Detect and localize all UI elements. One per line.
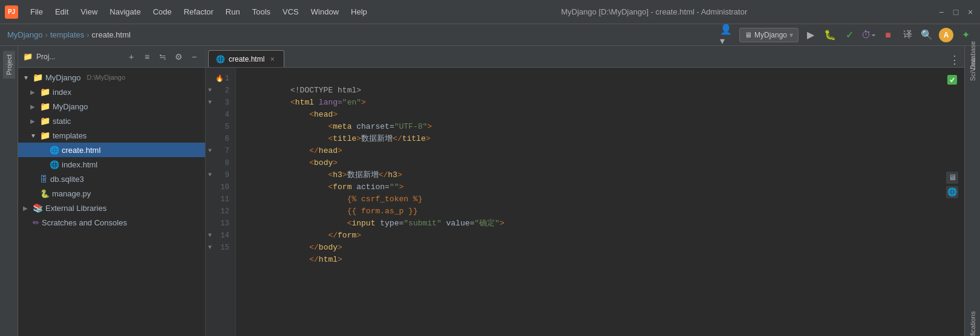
- open-in-browser-icon[interactable]: 🌐: [946, 186, 958, 198]
- py-icon-manage: 🐍: [40, 189, 50, 198]
- tree-item-index[interactable]: ▶ 📁 index: [18, 85, 205, 99]
- menu-vcs[interactable]: VCS: [278, 5, 304, 19]
- code-tag-head: head: [314, 110, 333, 119]
- open-in-ide-icon[interactable]: 🖥: [946, 172, 958, 184]
- project-panel: 📁 Proj... + ≡ ≒ ⚙ − ▼ 📁 MyDjango D:\MyDj…: [18, 46, 206, 336]
- tree-label-mydjango: MyDjango: [45, 73, 81, 82]
- coverage-button[interactable]: ✓: [842, 28, 857, 42]
- tab-create-html[interactable]: 🌐 create.html ×: [208, 50, 284, 67]
- project-selector[interactable]: 🖥 MyDjango ▾: [739, 28, 799, 42]
- menu-tools[interactable]: Tools: [247, 5, 275, 19]
- line-num-7: ▼7: [206, 145, 235, 157]
- menu-file[interactable]: File: [25, 5, 48, 19]
- window-title: MyDjango [D:\MyDjango] - create.html - A…: [561, 7, 748, 16]
- panel-sort-icon[interactable]: ≒: [157, 51, 169, 63]
- folder-icon-mydjangosubfolder: 📁: [40, 102, 50, 111]
- tree-label-external-libraries: External Libraries: [45, 204, 106, 213]
- panel-add-icon[interactable]: +: [125, 51, 137, 63]
- menu-edit[interactable]: Edit: [50, 5, 73, 19]
- sciview-panel-button[interactable]: SciView: [966, 63, 979, 76]
- notifications-panel-button[interactable]: Notifications: [966, 323, 979, 336]
- menu-view[interactable]: View: [76, 5, 102, 19]
- code-val-en: "en": [342, 98, 361, 107]
- folder-icon-extlibs: 📚: [33, 203, 43, 213]
- editor-area: 🌐 create.html × ⋮ 🔥1 ▼2 ▼3 4 5 6 ▼7 8 ▼9…: [206, 46, 964, 336]
- menu-run[interactable]: Run: [221, 5, 245, 19]
- avatar-icon[interactable]: A: [939, 28, 953, 42]
- tree-item-external-libraries[interactable]: ▶ 📚 External Libraries: [18, 201, 205, 215]
- tree-item-index-html[interactable]: 🌐 index.html: [18, 157, 205, 172]
- arrow-index: ▶: [30, 89, 38, 95]
- tree-label-create-html: create.html: [62, 146, 100, 155]
- tree-item-db[interactable]: 🗄 db.sqlite3: [18, 172, 205, 186]
- menu-navigate[interactable]: Navigate: [105, 5, 145, 19]
- arrow-static: ▶: [30, 118, 38, 124]
- tree-item-mydjango-root[interactable]: ▼ 📁 MyDjango D:\MyDjango: [18, 70, 205, 85]
- tree-label-static: static: [53, 117, 71, 126]
- code-indent-3: [290, 110, 309, 119]
- gutter-check-icon: [947, 75, 957, 85]
- user-icon[interactable]: 👤▾: [720, 28, 734, 42]
- search-icon[interactable]: 🔍: [920, 28, 934, 42]
- plugin-icon[interactable]: ✦: [958, 28, 973, 42]
- project-tab[interactable]: Project: [3, 51, 15, 79]
- file-tree: ▼ 📁 MyDjango D:\MyDjango ▶ 📁 index ▶ 📁 M…: [18, 68, 205, 336]
- title-bar-left: PJ File Edit View Navigate Code Refactor…: [5, 5, 372, 19]
- arrow-mydjangosubfolder: ▶: [30, 103, 38, 110]
- menu-help[interactable]: Help: [346, 5, 372, 19]
- line-num-5: 5: [206, 121, 235, 133]
- line-num-11: 11: [206, 193, 235, 205]
- tree-label-scratches: Scratches and Consoles: [42, 218, 127, 227]
- tree-label-templates: templates: [53, 131, 87, 140]
- panel-header: 📁 Proj... + ≡ ≒ ⚙ −: [18, 46, 205, 68]
- panel-settings-icon[interactable]: ⚙: [172, 51, 185, 63]
- html-icon-create: 🌐: [50, 146, 59, 155]
- menu-window[interactable]: Window: [306, 5, 344, 19]
- tree-path-mydjango: D:\MyDjango: [87, 74, 126, 81]
- translate-icon[interactable]: 译: [900, 28, 915, 42]
- run-button[interactable]: ▶: [803, 28, 818, 42]
- db-icon: 🗄: [40, 175, 48, 184]
- code-line-15: </html>: [243, 242, 933, 254]
- tree-item-create-html[interactable]: 🌐 create.html: [18, 143, 205, 157]
- tree-item-static[interactable]: ▶ 📁 static: [18, 114, 205, 128]
- breadcrumb-file[interactable]: create.html: [92, 30, 131, 39]
- profile-button[interactable]: ⏱▾: [861, 28, 876, 42]
- folder-icon-index: 📁: [40, 87, 50, 97]
- sidebar-strip: Project: [0, 46, 18, 336]
- tab-close-button[interactable]: ×: [268, 55, 276, 63]
- menu-code[interactable]: Code: [148, 5, 177, 19]
- line-num-3: ▼3: [206, 97, 235, 109]
- close-button[interactable]: ×: [965, 7, 975, 17]
- panel-collapse-icon[interactable]: −: [188, 51, 200, 63]
- tree-label-mydjangosubfolder: MyDjango: [53, 102, 88, 111]
- breadcrumb: MyDjango › templates › create.html: [7, 30, 131, 39]
- tree-label-managepy: manage.py: [52, 189, 91, 198]
- tree-item-scratches[interactable]: ✏ Scratches and Consoles: [18, 215, 205, 230]
- arrow-templates: ▼: [30, 132, 38, 139]
- editor-menu-icon[interactable]: ⋮: [947, 53, 962, 67]
- line-num-15: ▼15: [206, 242, 235, 254]
- tree-label-db: db.sqlite3: [50, 175, 84, 184]
- panel-list-icon[interactable]: ≡: [141, 51, 153, 63]
- menu-refactor[interactable]: Refactor: [179, 5, 218, 19]
- restore-button[interactable]: □: [951, 7, 961, 17]
- code-line-8: <h3>数据新增</h3>: [243, 157, 933, 169]
- tree-item-templates[interactable]: ▼ 📁 templates: [18, 128, 205, 143]
- line-num-4: 4: [206, 109, 235, 121]
- breadcrumb-project[interactable]: MyDjango: [7, 30, 43, 39]
- code-content[interactable]: <!DOCTYPE html> <html lang="en"> <head> …: [236, 68, 940, 336]
- tree-item-managepy[interactable]: 🐍 manage.py: [18, 186, 205, 201]
- breadcrumb-sep1: ›: [45, 30, 48, 39]
- line-numbers: 🔥1 ▼2 ▼3 4 5 6 ▼7 8 ▼9 10 11 12 13 ▼14 ▼…: [206, 68, 236, 336]
- tree-item-mydjangosubfolder[interactable]: ▶ 📁 MyDjango: [18, 99, 205, 114]
- line-num-6: 6: [206, 133, 235, 145]
- minimize-button[interactable]: −: [936, 7, 946, 17]
- line-num-13: 13: [206, 218, 235, 230]
- folder-icon-mydjango: 📁: [33, 73, 43, 82]
- breadcrumb-templates[interactable]: templates: [50, 30, 84, 39]
- stop-button[interactable]: ■: [881, 28, 895, 42]
- line-num-1: 🔥1: [206, 73, 235, 85]
- breadcrumb-sep2: ›: [87, 30, 89, 39]
- debug-button[interactable]: 🐛: [823, 28, 837, 42]
